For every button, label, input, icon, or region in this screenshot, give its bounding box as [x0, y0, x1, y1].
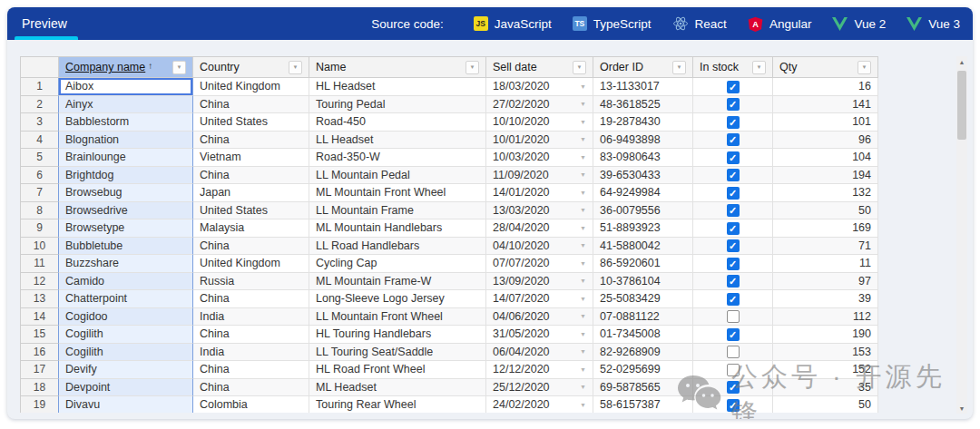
cell-sell-date[interactable]: 06/04/2020▼ — [486, 344, 593, 362]
framework-link-angular[interactable]: AAngular — [748, 16, 812, 32]
checkbox-checked-icon[interactable]: ✓ — [727, 258, 740, 270]
cell-order-id[interactable]: 58-6157387 — [593, 396, 693, 413]
cell-company[interactable]: Cogilith — [59, 344, 193, 362]
row-number[interactable]: 2 — [21, 96, 59, 114]
vertical-scrollbar[interactable]: ▲ ▼ — [956, 56, 967, 414]
date-dropdown-icon[interactable]: ▼ — [580, 366, 586, 373]
checkbox-checked-icon[interactable]: ✓ — [727, 399, 740, 412]
checkbox-checked-icon[interactable]: ✓ — [727, 98, 740, 111]
cell-country[interactable]: United States — [193, 113, 309, 132]
cell-company[interactable]: Browsedrive — [59, 202, 193, 220]
checkbox-checked-icon[interactable]: ✓ — [727, 222, 740, 235]
cell-country[interactable]: China — [193, 96, 309, 114]
cell-country[interactable]: China — [193, 132, 309, 150]
cell-country[interactable]: Colombia — [193, 396, 309, 413]
date-dropdown-icon[interactable]: ▼ — [580, 348, 586, 355]
cell-sell-date[interactable]: 28/04/2020▼ — [486, 219, 593, 238]
column-dropdown-icon[interactable]: ▼ — [858, 61, 871, 74]
cell-order-id[interactable]: 10-3786104 — [593, 273, 693, 291]
row-number[interactable]: 18 — [21, 379, 59, 397]
cell-name[interactable]: HL Road Front Wheel — [309, 361, 486, 379]
cell-company[interactable]: Devify — [59, 361, 193, 379]
column-dropdown-icon[interactable]: ▼ — [289, 61, 302, 74]
cell-company[interactable]: Brainlounge — [59, 149, 193, 167]
cell-country[interactable]: China — [193, 326, 309, 344]
framework-link-typescript[interactable]: TSTypeScript — [573, 16, 652, 31]
checkbox-checked-icon[interactable]: ✓ — [727, 275, 740, 288]
cell-order-id[interactable]: 07-0881122 — [593, 308, 693, 327]
row-number[interactable]: 15 — [21, 326, 59, 344]
framework-link-javascript[interactable]: JSJavaScript — [474, 16, 552, 31]
cell-name[interactable]: LL Road Handlebars — [309, 238, 486, 256]
date-dropdown-icon[interactable]: ▼ — [580, 136, 586, 142]
cell-order-id[interactable]: 51-8893923 — [593, 219, 693, 238]
date-dropdown-icon[interactable]: ▼ — [580, 296, 586, 302]
cell-country[interactable]: United Kingdom — [193, 78, 309, 96]
cell-qty[interactable]: 35 — [773, 379, 878, 397]
checkbox-checked-icon[interactable]: ✓ — [727, 116, 740, 129]
date-dropdown-icon[interactable]: ▼ — [580, 278, 586, 284]
cell-name[interactable]: ML Headset — [309, 379, 486, 397]
cell-sell-date[interactable]: 10/03/2020▼ — [486, 149, 593, 167]
cell-order-id[interactable]: 48-3618525 — [593, 96, 693, 114]
row-number[interactable]: 12 — [21, 273, 59, 291]
cell-qty[interactable]: 169 — [773, 219, 878, 238]
cell-sell-date[interactable]: 14/07/2020▼ — [486, 290, 593, 308]
cell-name[interactable]: LL Touring Seat/Saddle — [309, 344, 486, 362]
cell-qty[interactable]: 71 — [773, 238, 878, 256]
cell-sell-date[interactable]: 18/03/2020▼ — [486, 78, 593, 96]
cell-sell-date[interactable]: 04/06/2020▼ — [486, 308, 593, 327]
cell-qty[interactable]: 153 — [773, 344, 878, 362]
cell-name[interactable]: ML Mountain Front Wheel — [309, 184, 486, 202]
cell-qty[interactable]: 132 — [773, 184, 878, 202]
date-dropdown-icon[interactable]: ▼ — [580, 119, 586, 125]
cell-order-id[interactable]: 64-9249984 — [593, 184, 693, 202]
cell-company[interactable]: Ainyx — [59, 96, 193, 114]
cell-sell-date[interactable]: 12/12/2020▼ — [486, 361, 593, 379]
column-header-sell-date[interactable]: Sell date▼ — [486, 57, 593, 78]
cell-qty[interactable]: 101 — [773, 113, 878, 132]
cell-sell-date[interactable]: 25/12/2020▼ — [486, 379, 593, 397]
row-number[interactable]: 6 — [21, 167, 59, 185]
framework-link-react[interactable]: React — [672, 15, 727, 32]
cell-sell-date[interactable]: 13/03/2020▼ — [486, 202, 593, 220]
cell-name[interactable]: LL Mountain Pedal — [309, 167, 486, 185]
cell-name[interactable]: Touring Pedal — [309, 96, 486, 114]
cell-company[interactable]: Blognation — [59, 132, 193, 150]
cell-company[interactable]: Camido — [59, 273, 193, 291]
column-dropdown-icon[interactable]: ▼ — [752, 61, 766, 74]
cell-order-id[interactable]: 82-9268909 — [593, 344, 693, 362]
cell-name[interactable]: Road-350-W — [309, 149, 486, 167]
row-number[interactable]: 10 — [21, 238, 59, 256]
cell-country[interactable]: Russia — [193, 273, 309, 291]
row-number[interactable]: 5 — [21, 149, 59, 167]
column-header-company-name[interactable]: Company name↑▼ — [59, 57, 193, 78]
cell-company[interactable]: Chatterpoint — [59, 290, 193, 308]
cell-country[interactable]: United States — [193, 202, 309, 220]
column-header-qty[interactable]: Qty▼ — [773, 57, 878, 78]
cell-qty[interactable]: 104 — [773, 149, 878, 167]
cell-qty[interactable]: 152 — [773, 361, 878, 379]
cell-name[interactable]: HL Headset — [309, 78, 486, 96]
cell-company[interactable]: Brightdog — [59, 167, 193, 185]
corner-header-cell[interactable] — [21, 57, 59, 78]
cell-name[interactable]: Touring Rear Wheel — [309, 396, 486, 413]
checkbox-checked-icon[interactable]: ✓ — [727, 381, 740, 394]
cell-sell-date[interactable]: 27/02/2020▼ — [486, 96, 593, 114]
row-number[interactable]: 8 — [21, 202, 59, 220]
cell-country[interactable]: India — [193, 308, 309, 327]
cell-company[interactable]: Babblestorm — [59, 113, 193, 132]
cell-country[interactable]: Japan — [193, 184, 309, 202]
cell-order-id[interactable]: 52-0295699 — [593, 361, 693, 379]
cell-sell-date[interactable]: 13/09/2020▼ — [486, 273, 593, 291]
cell-name[interactable]: LL Mountain Frame — [309, 202, 486, 220]
row-number[interactable]: 1 — [21, 78, 59, 96]
row-number[interactable]: 7 — [21, 184, 59, 202]
cell-company[interactable]: Browsetype — [59, 219, 193, 238]
tab-preview[interactable]: Preview — [7, 7, 82, 40]
cell-country[interactable]: Vietnam — [193, 149, 309, 167]
row-number[interactable]: 14 — [21, 308, 59, 327]
column-dropdown-icon[interactable]: ▼ — [172, 61, 186, 74]
cell-order-id[interactable]: 25-5083429 — [593, 290, 693, 308]
cell-company[interactable]: Devpoint — [59, 379, 193, 397]
